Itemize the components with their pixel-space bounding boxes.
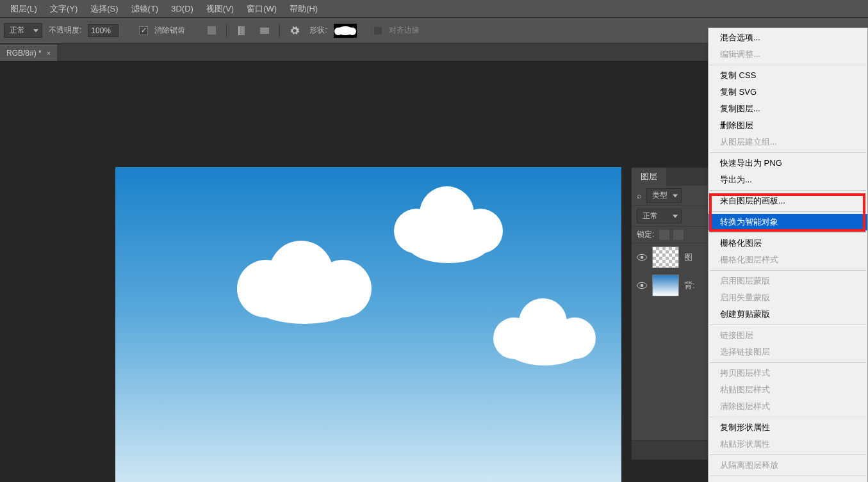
document-tab[interactable]: RGB/8#) * ×	[0, 45, 57, 61]
align-edges-label: 对齐边缘	[389, 25, 420, 36]
antialias-label: 消除锯齿	[154, 25, 185, 36]
cm-duplicate-layer[interactable]: 复制图层...	[708, 100, 867, 117]
artboard[interactable]	[115, 167, 621, 482]
layer-name[interactable]: 背:	[684, 280, 695, 291]
cm-separator	[710, 454, 866, 455]
gear-icon[interactable]	[286, 24, 303, 38]
cm-export-as[interactable]: 导出为...	[708, 172, 867, 188]
filter-type-dropdown[interactable]: 类型	[646, 188, 682, 203]
tab-layers[interactable]: 图层	[632, 168, 666, 186]
main-menubar: 图层(L) 文字(Y) 选择(S) 滤镜(T) 3D(D) 视图(V) 窗口(W…	[0, 0, 868, 18]
shape-label: 形状:	[309, 25, 327, 36]
cloud-shape-icon	[337, 26, 354, 35]
cm-rasterize-layer[interactable]: 栅格化图层	[708, 235, 867, 252]
cm-separator	[710, 362, 866, 363]
cm-copy-css[interactable]: 复制 CSS	[708, 67, 867, 84]
cm-merge-down[interactable]: 向下合并	[708, 478, 867, 482]
cm-enable-layer-mask: 启用图层蒙版	[708, 273, 867, 289]
layer-thumbnail[interactable]	[652, 246, 679, 268]
layer-name[interactable]: 图	[684, 252, 692, 263]
cm-separator	[710, 325, 866, 325]
cm-release-isolation: 从隔离图层释放	[708, 457, 867, 474]
opacity-label: 不透明度:	[49, 25, 81, 36]
cm-clear-layer-style: 清除图层样式	[708, 398, 867, 415]
cm-separator	[710, 232, 866, 233]
arrange-icon[interactable]	[256, 24, 273, 38]
menu-type[interactable]: 文字(Y)	[44, 1, 84, 17]
cm-select-linked: 选择链接图层	[708, 344, 867, 360]
cm-separator	[710, 476, 866, 476]
cm-copy-shape-attr[interactable]: 复制形状属性	[708, 419, 867, 436]
cloud-shape-1[interactable]	[231, 234, 378, 324]
shape-preset-thumb[interactable]	[334, 24, 357, 38]
cm-link-layers: 链接图层	[708, 327, 867, 344]
antialias-checkbox[interactable]: ✓	[139, 26, 148, 35]
blend-mode-dropdown[interactable]: 正常	[637, 209, 682, 223]
cm-group-from-layers: 从图层建立组...	[708, 134, 867, 150]
layer-context-menu: 混合选项... 编辑调整... 复制 CSS 复制 SVG 复制图层... 删除…	[708, 28, 868, 482]
cm-create-clipping-mask[interactable]: 创建剪贴蒙版	[708, 306, 867, 323]
settings-gear-icon	[290, 26, 300, 36]
cm-enable-vector-mask: 启用矢量蒙版	[708, 289, 867, 306]
opacity-input[interactable]: 100%	[88, 24, 119, 37]
layer-thumbnail[interactable]	[652, 275, 679, 296]
search-icon[interactable]: ⌕	[637, 191, 641, 200]
visibility-icon[interactable]	[637, 253, 647, 261]
lock-label: 锁定:	[637, 229, 654, 240]
cm-separator	[710, 270, 866, 271]
visibility-icon[interactable]	[637, 282, 647, 289]
cm-edit-adjustment: 编辑调整...	[708, 46, 867, 63]
align-edges-checkbox[interactable]	[373, 26, 382, 35]
menu-window[interactable]: 窗口(W)	[240, 1, 283, 17]
cloud-shape-2[interactable]	[391, 183, 506, 266]
cm-separator	[710, 211, 866, 212]
cm-separator	[710, 417, 866, 417]
menu-filter[interactable]: 滤镜(T)	[125, 1, 165, 17]
cm-rasterize-layer-style: 栅格化图层样式	[708, 252, 867, 268]
cm-copy-layer-style: 拷贝图层样式	[708, 365, 867, 382]
cm-paste-layer-style: 粘贴图层样式	[708, 382, 867, 398]
cm-delete-layer[interactable]: 删除图层	[708, 117, 867, 134]
path-operations-icon[interactable]	[203, 24, 220, 38]
cm-separator	[710, 65, 866, 65]
cm-quick-export-png[interactable]: 快速导出为 PNG	[708, 155, 867, 172]
menu-layer[interactable]: 图层(L)	[4, 1, 44, 17]
cm-convert-smart-object[interactable]: 转换为智能对象	[708, 214, 867, 230]
separator	[279, 24, 280, 38]
align-icon[interactable]	[233, 24, 250, 38]
cm-artboard-from-layers[interactable]: 来自图层的画板...	[708, 193, 867, 209]
lock-image-icon[interactable]	[673, 230, 684, 240]
cm-paste-shape-attr: 粘贴形状属性	[708, 436, 867, 453]
menu-select[interactable]: 选择(S)	[84, 1, 124, 17]
menu-view[interactable]: 视图(V)	[200, 1, 240, 17]
cm-separator	[710, 190, 866, 191]
separator	[226, 24, 227, 38]
menu-help[interactable]: 帮助(H)	[283, 1, 324, 17]
document-tab-title: RGB/8#) *	[6, 49, 42, 58]
cm-copy-svg[interactable]: 复制 SVG	[708, 84, 867, 100]
blend-mode-dropdown[interactable]: 正常	[4, 23, 42, 38]
cm-blending-options[interactable]: 混合选项...	[708, 29, 867, 46]
svg-point-3	[641, 284, 644, 287]
lock-transparent-icon[interactable]	[659, 230, 669, 240]
cm-separator	[710, 152, 866, 153]
svg-point-1	[641, 256, 644, 259]
close-tab-icon[interactable]: ×	[47, 49, 51, 57]
menu-3d[interactable]: 3D(D)	[165, 1, 200, 16]
cloud-shape-3[interactable]	[490, 295, 599, 369]
